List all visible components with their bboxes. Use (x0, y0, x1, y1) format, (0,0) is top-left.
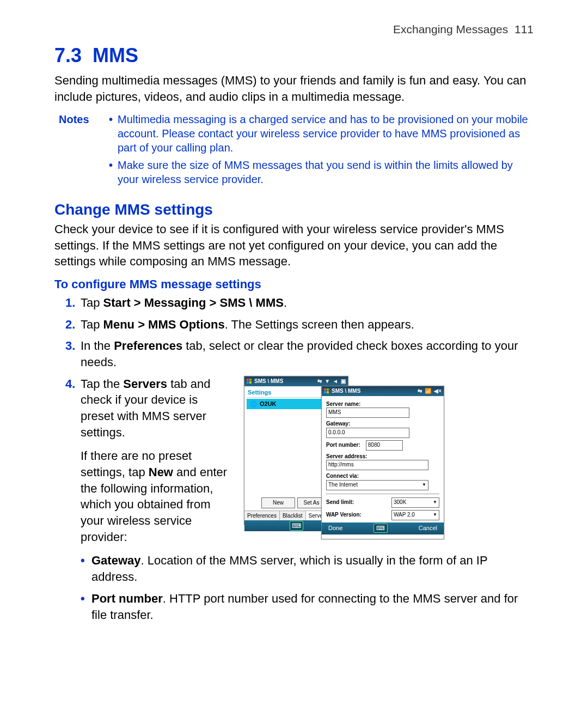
titlebar-b: SMS \ MMS ⇆📶◀× (322, 386, 444, 396)
send-limit-select[interactable]: 300K▼ (391, 497, 439, 508)
chevron-down-icon: ▼ (433, 512, 437, 518)
titlebar-a: SMS \ MMS ⇆▼◄▣ (244, 376, 348, 386)
chevron-down-icon: ▼ (433, 500, 437, 506)
cancel-button[interactable]: Cancel (419, 524, 437, 532)
titlebar-a-text: SMS \ MMS (254, 376, 283, 386)
tab-blacklist[interactable]: Blacklist (280, 511, 306, 521)
globe-icon: 🌐 (250, 400, 258, 408)
note-item: Make sure the size of MMS messages that … (108, 158, 534, 186)
server-address-input[interactable]: http://mms (326, 460, 428, 470)
page-header: Exchanging Messages 111 (54, 22, 534, 37)
step-4: Tap the Servers tab and check if your de… (81, 376, 534, 545)
svg-rect-6 (324, 391, 326, 393)
configure-heading: To configure MMS message settings (54, 276, 534, 293)
server-address-label: Server address: (326, 453, 439, 460)
section-heading: 7.3 MMS (54, 42, 534, 69)
windows-start-icon[interactable] (247, 379, 252, 384)
keyboard-icon[interactable]: ⌨ (290, 521, 303, 531)
step-3: In the Preferences tab, select or clear … (81, 338, 534, 370)
gateway-label: Gateway: (326, 420, 439, 428)
tab-preferences[interactable]: Preferences (244, 511, 280, 521)
gateway-input[interactable]: 0.0.0.0 (326, 428, 409, 438)
titlebar-b-text: SMS \ MMS (332, 386, 360, 396)
section-number: 7.3 (54, 44, 82, 66)
screenshot-server-form: SMS \ MMS ⇆📶◀× Server name: MMS Gateway:… (321, 386, 444, 539)
keyboard-icon[interactable]: ⌨ (373, 524, 388, 533)
chevron-down-icon: ▼ (422, 482, 426, 488)
chapter-name: Exchanging Messages (393, 23, 508, 35)
server-item-label: O2UK (260, 400, 277, 408)
wap-version-label: WAP Version: (326, 511, 362, 519)
step-1: Tap Start > Messaging > SMS \ MMS. (81, 295, 534, 311)
bottombar-b: Done ⌨ Cancel (322, 522, 444, 534)
wap-version-select[interactable]: WAP 2.0▼ (391, 510, 439, 520)
svg-rect-2 (247, 381, 249, 384)
definition-port-number: Port number. HTTP port number used for c… (81, 591, 534, 623)
server-name-label: Server name: (326, 400, 439, 408)
subheading-description: Check your device to see if it is config… (54, 221, 534, 270)
windows-start-icon[interactable] (324, 388, 329, 394)
status-icons: ⇆📶◀× (418, 386, 442, 396)
svg-rect-5 (327, 388, 329, 391)
intro-paragraph: Sending multimedia messages (MMS) to you… (54, 72, 534, 105)
status-icons: ⇆▼◄▣ (317, 376, 346, 386)
notes-block: Notes Multimedia messaging is a charged … (54, 112, 534, 190)
port-input[interactable]: 8080 (366, 440, 403, 451)
svg-rect-4 (324, 388, 326, 391)
connect-via-select[interactable]: The Internet▼ (326, 480, 428, 490)
connect-via-label: Connect via: (326, 472, 439, 480)
server-name-input[interactable]: MMS (326, 408, 409, 418)
screenshots-block: SMS \ MMS ⇆▼◄▣ Settings 🌐 O2UK New Set A… (244, 376, 445, 539)
subheading: Change MMS settings (54, 199, 534, 220)
svg-rect-3 (249, 381, 252, 384)
page-number: 111 (514, 23, 534, 35)
notes-label: Notes (54, 112, 108, 190)
send-limit-label: Send limit: (326, 499, 354, 506)
new-button[interactable]: New (261, 497, 295, 508)
svg-rect-7 (327, 391, 329, 393)
svg-rect-1 (249, 379, 252, 381)
definition-gateway: Gateway. Location of the MMS server, whi… (81, 552, 534, 585)
note-item: Multimedia messaging is a charged servic… (108, 112, 534, 155)
section-title: MMS (93, 44, 138, 66)
done-button[interactable]: Done (328, 524, 342, 532)
svg-rect-0 (247, 379, 249, 381)
step-2: Tap Menu > MMS Options. The Settings scr… (81, 317, 534, 333)
port-label: Port number: (326, 441, 360, 449)
